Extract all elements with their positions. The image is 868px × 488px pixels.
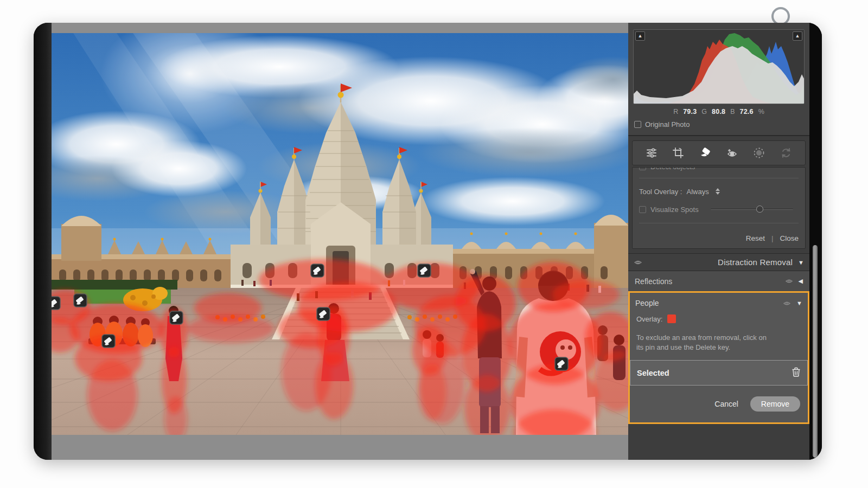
canvas-margin-top [52, 23, 628, 33]
collapse-triangle-icon[interactable]: ▼ [798, 259, 804, 266]
reflections-section[interactable]: Reflections ◀ [628, 271, 809, 291]
people-eye-icon[interactable] [783, 299, 791, 307]
slider-track[interactable] [711, 209, 793, 210]
overlay-label: Overlay: [636, 315, 662, 323]
visualize-spots-label: Visualize Spots [650, 206, 699, 214]
temple-photo[interactable] [52, 33, 628, 435]
reflections-eye-icon[interactable] [785, 277, 793, 285]
edit-sliders-icon[interactable] [644, 146, 659, 160]
page-background: ▲ ▲ R79.3 G80.8 B72.6 % Original Photo [0, 0, 868, 488]
cancel-button[interactable]: Cancel [714, 400, 738, 408]
photo-viewport[interactable] [52, 33, 628, 435]
detect-objects-row[interactable]: Detect objects [639, 168, 799, 174]
photo-canvas-area [52, 23, 628, 460]
tool-overlay-value[interactable]: Always [686, 188, 709, 196]
sync-icon[interactable] [779, 146, 793, 160]
reflections-collapse-icon[interactable]: ◀ [799, 278, 803, 285]
masking-icon[interactable] [752, 146, 766, 160]
distraction-removal-body: Reflections ◀ People [628, 271, 809, 424]
original-photo-checkbox[interactable] [634, 121, 641, 128]
rgb-readout: R79.3 G80.8 B72.6 % [633, 104, 805, 117]
reflections-label: Reflections [635, 277, 780, 286]
panel-visibility-eye-icon[interactable] [634, 258, 642, 267]
red-eye-icon[interactable] [725, 146, 739, 160]
original-photo-label: Original Photo [645, 120, 690, 129]
canvas-margin-bottom [52, 435, 628, 454]
exclude-info-text: To exclude an area from removal, click o… [630, 328, 808, 360]
right-panel: ▲ ▲ R79.3 G80.8 B72.6 % Original Photo [628, 23, 809, 460]
close-button[interactable]: Close [780, 234, 799, 242]
window-left-edge [34, 23, 52, 460]
people-collapse-icon[interactable]: ▼ [796, 300, 802, 306]
detect-objects-label: Detect objects [650, 168, 695, 171]
histogram-section: ▲ ▲ R79.3 G80.8 B72.6 % Original Photo [628, 23, 809, 136]
people-section: People ▼ Overlay: To exclude an ar [628, 291, 809, 424]
highlight-clipping-indicator[interactable]: ▲ [793, 31, 802, 41]
detect-objects-checkbox[interactable] [639, 168, 646, 170]
crop-icon[interactable] [671, 146, 685, 160]
shadow-clipping-indicator[interactable]: ▲ [635, 31, 645, 41]
trash-icon[interactable] [792, 367, 801, 378]
panel-title: Distraction Removal [648, 258, 793, 267]
histogram[interactable]: ▲ ▲ [633, 29, 805, 104]
remove-button[interactable]: Remove [750, 396, 800, 412]
tool-overlay-label: Tool Overlay : [639, 188, 682, 196]
tool-options-panel: Detect objects Tool Overlay : Always Vis… [632, 167, 806, 249]
people-footer: Cancel Remove [630, 386, 808, 422]
tool-overlay-stepper-icon[interactable] [716, 188, 720, 195]
visualize-spots-checkbox[interactable] [639, 206, 646, 213]
reset-button[interactable]: Reset [746, 234, 765, 242]
people-header[interactable]: People ▼ [630, 293, 808, 313]
slider-thumb[interactable] [756, 206, 763, 213]
selected-row[interactable]: Selected [630, 360, 808, 386]
scrollbar-track[interactable] [809, 23, 822, 460]
divider [639, 223, 799, 223]
people-label: People [635, 299, 777, 307]
separator: | [771, 234, 774, 242]
lightroom-window: ▲ ▲ R79.3 G80.8 B72.6 % Original Photo [34, 23, 822, 460]
visualize-spots-slider[interactable] [711, 206, 793, 213]
heal-eraser-icon[interactable] [698, 146, 712, 160]
histogram-plot [634, 30, 804, 104]
tool-strip [632, 140, 806, 165]
distraction-removal-header[interactable]: Distraction Removal ▼ [628, 253, 809, 271]
selected-label: Selected [637, 369, 792, 377]
overlay-color-swatch[interactable] [667, 314, 676, 323]
divider [639, 178, 799, 178]
scrollbar-thumb[interactable] [813, 245, 818, 458]
